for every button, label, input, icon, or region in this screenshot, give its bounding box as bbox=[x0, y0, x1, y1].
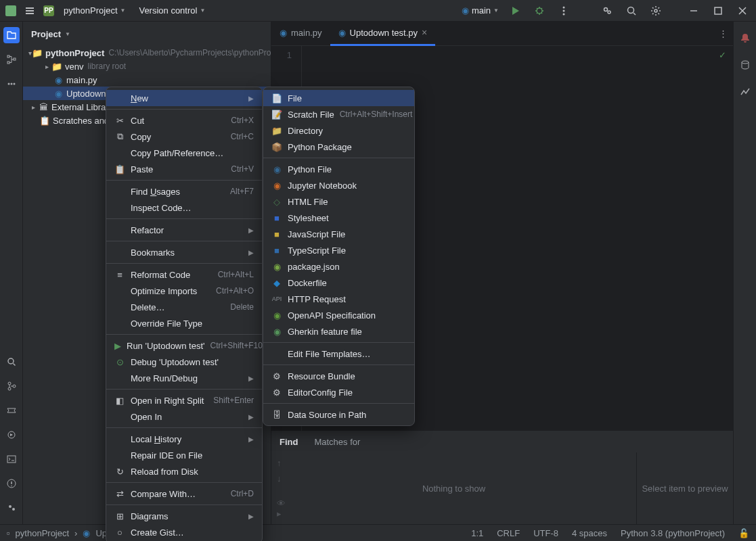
ctx-repair[interactable]: Repair IDE on File bbox=[106, 447, 262, 463]
tree-venv[interactable]: ▸ 📁 venv library root bbox=[23, 60, 271, 73]
status-line-sep[interactable]: CRLF bbox=[497, 528, 520, 538]
new-editorconfig[interactable]: ⚙EditorConfig File bbox=[263, 384, 414, 400]
new-html[interactable]: ◇HTML File bbox=[263, 193, 414, 210]
new-http-request[interactable]: APIHTTP Request bbox=[263, 291, 414, 307]
folder-icon: 📁 bbox=[32, 48, 43, 58]
find-expand-button[interactable]: ▸ bbox=[277, 509, 282, 519]
line-number: 1 bbox=[271, 50, 292, 60]
vcs-label: Version control bbox=[139, 5, 197, 16]
ctx-delete[interactable]: Delete…Delete bbox=[106, 299, 262, 315]
new-dockerfile[interactable]: ◆Dockerfile bbox=[263, 275, 414, 291]
run-config-dropdown[interactable]: ◉ main ▼ bbox=[462, 5, 499, 16]
ctx-copy-path[interactable]: Copy Path/Reference… bbox=[106, 145, 262, 161]
ctx-override[interactable]: Override File Type bbox=[106, 315, 262, 331]
ctx-paste[interactable]: 📋PasteCtrl+V bbox=[106, 161, 262, 177]
problems-tool-button[interactable] bbox=[3, 475, 20, 492]
vcs-tool-button[interactable] bbox=[3, 378, 20, 394]
ctx-reformat[interactable]: ≡Reformat CodeCtrl+Alt+L bbox=[106, 266, 262, 283]
more-tools-button[interactable] bbox=[3, 76, 20, 92]
new-datasource[interactable]: 🗄Data Source in Path bbox=[263, 406, 414, 423]
ctx-reload[interactable]: ↻Reload from Disk bbox=[106, 463, 262, 479]
ctx-inspect[interactable]: Inspect Code… bbox=[106, 199, 262, 216]
services-tool-button[interactable] bbox=[3, 402, 20, 419]
python-packages-button[interactable] bbox=[3, 500, 20, 516]
close-tab-button[interactable]: × bbox=[422, 27, 427, 38]
ctx-find-usages[interactable]: Find UsagesAlt+F7 bbox=[106, 183, 262, 199]
run-button[interactable] bbox=[507, 3, 523, 19]
find-preview-toggle[interactable]: 👁 bbox=[277, 498, 286, 509]
tab-more-button[interactable]: ⋮ bbox=[713, 28, 733, 39]
ctx-debug[interactable]: ⊙Debug 'Uptodown test' bbox=[106, 354, 262, 370]
new-stylesheet[interactable]: ■Stylesheet bbox=[263, 210, 414, 226]
new-openapi[interactable]: ◉OpenAPI Specification bbox=[263, 307, 414, 323]
ctx-open-in[interactable]: Open In▶ bbox=[106, 408, 262, 425]
ctx-gist[interactable]: ○Create Gist… bbox=[106, 524, 262, 540]
python-file-icon: ◉ bbox=[280, 28, 287, 38]
chevron-down-icon: ▼ bbox=[120, 7, 126, 14]
status-indent[interactable]: 4 spaces bbox=[572, 528, 607, 538]
svg-point-17 bbox=[8, 387, 11, 390]
tree-venv-hint: library root bbox=[87, 62, 126, 71]
ctx-bookmarks[interactable]: Bookmarks▶ bbox=[106, 244, 262, 260]
search-tool-button[interactable] bbox=[3, 354, 20, 370]
python-console-button[interactable] bbox=[3, 427, 20, 443]
find-prev-button[interactable]: ↑ bbox=[277, 458, 282, 468]
status-readonly-icon[interactable]: 🔓 bbox=[738, 528, 749, 538]
ctx-copy[interactable]: ⧉CopyCtrl+C bbox=[106, 128, 262, 145]
settings-button[interactable] bbox=[648, 3, 664, 19]
minimize-button[interactable] bbox=[686, 3, 702, 19]
pycharm-logo-icon bbox=[5, 5, 16, 16]
notifications-button[interactable] bbox=[737, 30, 753, 46]
terminal-tool-button[interactable] bbox=[3, 451, 20, 467]
structure-tool-button[interactable] bbox=[3, 51, 20, 68]
status-project[interactable]: pythonProject bbox=[16, 528, 70, 538]
tab-main[interactable]: ◉ main.py bbox=[271, 22, 330, 46]
project-dropdown[interactable]: pythonProject ▼ bbox=[60, 4, 129, 17]
status-caret-pos[interactable]: 1:1 bbox=[471, 528, 483, 538]
new-file[interactable]: 📄File bbox=[263, 90, 414, 106]
database-tool-button[interactable] bbox=[737, 57, 753, 73]
sciview-tool-button[interactable] bbox=[737, 84, 753, 100]
tree-root[interactable]: ▾ 📁 pythonProject C:\Users\Alberto\Pycha… bbox=[23, 46, 271, 60]
status-interpreter[interactable]: Python 3.8 (pythonProject) bbox=[621, 528, 725, 538]
new-ts[interactable]: ■TypeScript File bbox=[263, 242, 414, 258]
python-file-icon: ◉ bbox=[53, 75, 64, 85]
svg-point-2 bbox=[563, 9, 565, 11]
vcs-dropdown[interactable]: Version control ▼ bbox=[135, 4, 209, 17]
scratch-icon: 📋 bbox=[39, 116, 50, 126]
ctx-diagrams[interactable]: ⊞Diagrams▶ bbox=[106, 508, 262, 524]
new-scratch[interactable]: 📝Scratch FileCtrl+Alt+Shift+Insert bbox=[263, 106, 414, 122]
project-panel-header[interactable]: Project ▼ bbox=[23, 22, 271, 46]
code-with-me-button[interactable] bbox=[599, 3, 615, 19]
inspections-ok-icon[interactable]: ✓ bbox=[719, 50, 726, 60]
ctx-new[interactable]: New▶ bbox=[106, 90, 262, 106]
new-gherkin[interactable]: ◉Gherkin feature file bbox=[263, 323, 414, 339]
ctx-cut[interactable]: ✂CutCtrl+X bbox=[106, 112, 262, 128]
project-tool-button[interactable] bbox=[3, 27, 20, 43]
more-actions-button[interactable] bbox=[556, 3, 572, 19]
ctx-more-run[interactable]: More Run/Debug▶ bbox=[106, 370, 262, 386]
ctx-optimize[interactable]: Optimize ImportsCtrl+Alt+O bbox=[106, 283, 262, 299]
new-resource-bundle[interactable]: ⚙Resource Bundle bbox=[263, 368, 414, 384]
ctx-run[interactable]: ▶Run 'Uptodown test'Ctrl+Shift+F10 bbox=[106, 337, 262, 354]
new-python-file[interactable]: ◉Python File bbox=[263, 161, 414, 177]
close-window-button[interactable] bbox=[734, 3, 751, 19]
ctx-local-history[interactable]: Local History▶ bbox=[106, 431, 262, 447]
status-encoding[interactable]: UTF-8 bbox=[533, 528, 558, 538]
search-button[interactable] bbox=[623, 3, 640, 19]
debug-button[interactable] bbox=[531, 3, 548, 19]
maximize-button[interactable] bbox=[710, 3, 726, 19]
new-directory[interactable]: 📁Directory bbox=[263, 122, 414, 139]
ctx-refactor[interactable]: Refactor▶ bbox=[106, 222, 262, 238]
edit-file-templates[interactable]: Edit File Templates… bbox=[263, 346, 414, 362]
new-python-package[interactable]: 📦Python Package bbox=[263, 139, 414, 155]
tree-file-main[interactable]: ◉ main.py bbox=[23, 73, 271, 87]
new-package-json[interactable]: ◉package.json bbox=[263, 258, 414, 275]
find-next-button[interactable]: ↓ bbox=[277, 473, 282, 484]
ctx-compare[interactable]: ⇄Compare With…Ctrl+D bbox=[106, 486, 262, 502]
tab-uptodown[interactable]: ◉ Uptodown test.py × bbox=[330, 22, 436, 46]
ctx-open-split[interactable]: ◧Open in Right SplitShift+Enter bbox=[106, 392, 262, 408]
new-jupyter[interactable]: ◉Jupyter Notebook bbox=[263, 177, 414, 193]
main-menu-button[interactable] bbox=[22, 3, 38, 19]
new-js[interactable]: ■JavaScript File bbox=[263, 226, 414, 242]
